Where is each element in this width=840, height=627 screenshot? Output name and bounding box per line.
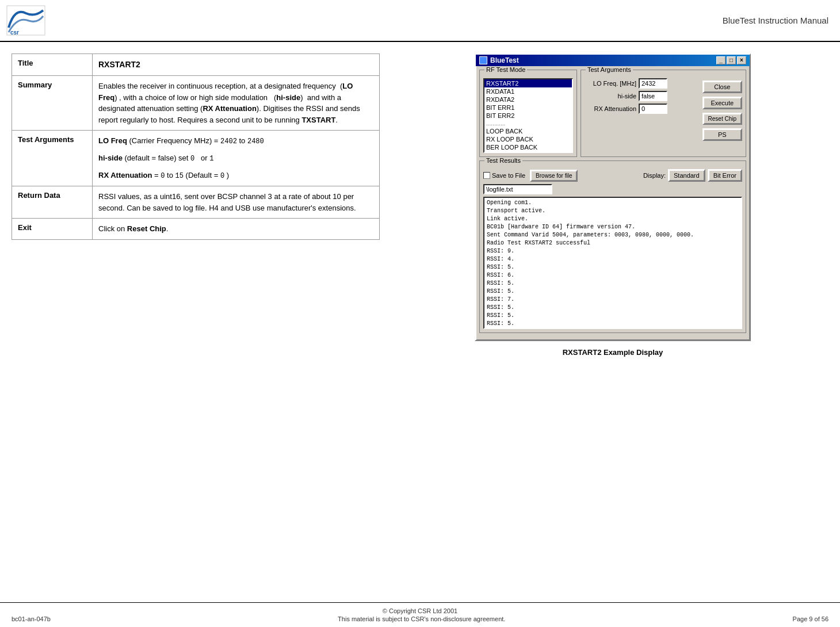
rx-att-input[interactable] (639, 104, 667, 114)
maximize-button[interactable]: □ (727, 56, 736, 64)
standard-button[interactable]: Standard (668, 169, 705, 182)
log-line: RSSI: 4. (487, 255, 739, 263)
content-title: RXSTART2 (93, 54, 380, 76)
log-line: Opening com1. (487, 199, 739, 207)
main-content: Title RXSTART2 Summary Enables the recei… (0, 48, 840, 362)
action-buttons-col: Close Execute Reset Chip PS (702, 78, 742, 141)
log-line: Link active. (487, 215, 739, 223)
close-window-button[interactable]: × (737, 56, 746, 64)
save-row: Save to File Browse for file Display: St… (483, 169, 742, 182)
rf-mode-label: RF Test Mode (484, 66, 527, 73)
log-line: RSSI: 5. (487, 280, 739, 288)
listbox-item[interactable]: RXDATA1 (484, 87, 572, 95)
browse-button[interactable]: Browse for file (530, 170, 578, 182)
listbox-item[interactable]: RXDATA2 (484, 95, 572, 104)
listbox-item[interactable]: RX LOOP BACK (484, 135, 572, 143)
lo-freq-val1: 2402 (220, 137, 237, 146)
log-line: RSSI: 5. (487, 304, 739, 312)
window-titlebar: BlueTest _ □ × (476, 55, 750, 66)
save-to-file-area: Save to File (483, 172, 525, 179)
listbox-item[interactable]: RXSTART2 (484, 79, 572, 87)
log-line: RSSI: 6. (487, 272, 739, 280)
bluetest-window: BlueTest _ □ × RF Test Mode RXSTART2RXDA… (475, 53, 751, 341)
table-row-return-data: Return Data RSSI values, as a uint16, se… (12, 186, 380, 219)
svg-text:csr: csr (10, 29, 19, 36)
rx-att-val2: 15 (175, 172, 184, 180)
log-line: RSSI: 5. (487, 320, 739, 328)
hi-side-input[interactable] (639, 91, 667, 101)
content-exit: Click on Reset Chip. (93, 219, 380, 240)
bluetest-section: BlueTest _ □ × RF Test Mode RXSTART2RXDA… (397, 53, 828, 357)
filepath-row (483, 184, 742, 194)
footer-disclaimer: This material is subject to CSR's non-di… (338, 615, 505, 622)
log-line: Radio Test RXSTART2 successful (487, 239, 739, 247)
test-args-fields: LO Freq. [MHz] hi-side RX Attenuation (585, 78, 697, 141)
save-to-file-label: Save to File (492, 172, 525, 179)
filepath-input[interactable] (483, 184, 552, 194)
doc-section: Title RXSTART2 Summary Enables the recei… (12, 53, 380, 357)
listbox-item[interactable]: BER LOOP BACK (484, 143, 572, 151)
listbox-divider: ............ (484, 151, 572, 153)
log-line: BC01b [Hardware ID 64] firmware version … (487, 223, 739, 231)
label-title: Title (12, 54, 93, 76)
log-area: Opening com1.Transport active.Link activ… (483, 197, 742, 329)
test-results-label: Test Results (484, 157, 522, 164)
csr-logo: csr (6, 5, 46, 36)
hi-side-row: hi-side (585, 91, 697, 101)
page-header: csr BlueTest Instruction Manual (0, 0, 840, 42)
test-results-groupbox: Test Results Save to File Browse for fil… (479, 160, 746, 333)
lo-freq-input[interactable] (639, 78, 667, 89)
listbox-item[interactable]: LOOP BACK (484, 127, 572, 135)
test-args-label: Test Arguments (586, 66, 633, 73)
table-row-exit: Exit Click on Reset Chip. (12, 219, 380, 240)
minimize-button[interactable]: _ (716, 56, 726, 64)
test-args-groupbox: Test Arguments LO Freq. [MHz] hi-side (581, 70, 746, 157)
window-caption: RXSTART2 Example Display (563, 348, 663, 357)
content-test-args: LO Freq (Carrier Frequency MHz) = 2402 t… (93, 131, 380, 186)
footer-doc-id: bc01-an-047b (12, 615, 51, 622)
rf-mode-listbox[interactable]: RXSTART2RXDATA1RXDATA2BIT ERR1BIT ERR2..… (483, 78, 573, 153)
titlebar-controls: _ □ × (716, 56, 746, 64)
footer-copyright: © Copyright CSR Ltd 2001 (12, 607, 828, 614)
save-to-file-checkbox[interactable] (483, 172, 490, 179)
hi-side-label: hi-side (98, 154, 123, 162)
hi-side-field-label: hi-side (585, 93, 636, 100)
footer-bottom: bc01-an-047b This material is subject to… (12, 615, 828, 622)
log-line: RSSI: 7. (487, 296, 739, 304)
display-label: Display: (643, 172, 666, 179)
hi-side-val2: 1 (209, 155, 213, 163)
log-line: RSSI: 7. (487, 328, 739, 329)
footer-page: Page 9 of 56 (793, 615, 828, 622)
window-body: RF Test Mode RXSTART2RXDATA1RXDATA2BIT E… (476, 66, 750, 340)
bit-error-button[interactable]: Bit Error (708, 169, 742, 182)
log-line: Transport active. (487, 207, 739, 215)
content-summary: Enables the receiver in continuous recep… (93, 76, 380, 131)
lo-freq-val2: 2480 (247, 137, 264, 146)
execute-button[interactable]: Execute (702, 97, 742, 109)
label-exit: Exit (12, 219, 93, 240)
app-icon (479, 56, 487, 64)
rf-mode-groupbox: RF Test Mode RXSTART2RXDATA1RXDATA2BIT E… (479, 70, 577, 157)
table-row-test-args: Test Arguments LO Freq (Carrier Frequenc… (12, 131, 380, 186)
content-return-data: RSSI values, as a uint16, sent over BCSP… (93, 186, 380, 219)
rx-att-label-doc: RX Attenuation (98, 171, 152, 179)
rx-att-field-label: RX Attenuation (585, 105, 636, 112)
top-row: RF Test Mode RXSTART2RXDATA1RXDATA2BIT E… (479, 70, 746, 157)
doc-table: Title RXSTART2 Summary Enables the recei… (12, 53, 380, 240)
table-row-title: Title RXSTART2 (12, 54, 380, 76)
listbox-item[interactable]: BIT ERR1 (484, 104, 572, 112)
rx-att-row: RX Attenuation (585, 104, 697, 114)
listbox-divider: ............ (484, 120, 572, 127)
label-return-data: Return Data (12, 186, 93, 219)
reset-chip-button[interactable]: Reset Chip (702, 113, 742, 125)
rx-att-val1: 0 (161, 172, 165, 180)
log-line: RSSI: 5. (487, 288, 739, 296)
ps-button[interactable]: PS (702, 128, 742, 141)
close-button[interactable]: Close (702, 81, 742, 93)
label-summary: Summary (12, 76, 93, 131)
table-row-summary: Summary Enables the receiver in continuo… (12, 76, 380, 131)
rx-att-default-val: 0 (220, 172, 224, 180)
listbox-item[interactable]: BIT ERR2 (484, 112, 572, 120)
log-line: RSSI: 5. (487, 263, 739, 272)
lo-freq-field-label: LO Freq. [MHz] (585, 80, 636, 87)
